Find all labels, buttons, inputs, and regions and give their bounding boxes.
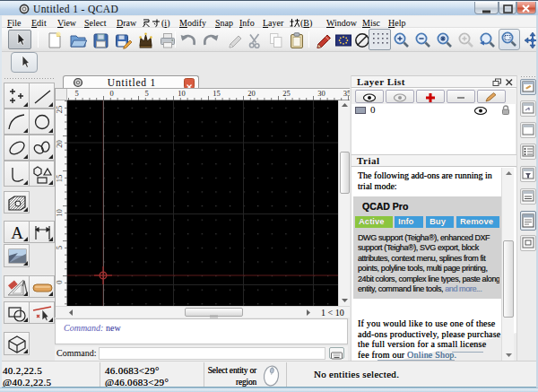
svg-text:A: A <box>11 223 23 242</box>
svg-text:30: 30 <box>317 89 325 98</box>
svg-text:10: 10 <box>56 209 64 217</box>
svg-text:20: 20 <box>56 140 64 148</box>
svg-text:35: 35 <box>343 89 350 98</box>
svg-text:25: 25 <box>282 89 291 98</box>
svg-text:20: 20 <box>247 89 256 98</box>
svg-text:25: 25 <box>56 106 64 114</box>
svg-text:5: 5 <box>74 89 78 98</box>
svg-text:0: 0 <box>109 89 113 98</box>
svg-text:5: 5 <box>144 89 148 98</box>
svg-text:5: 5 <box>56 246 64 249</box>
svg-text:15: 15 <box>56 175 64 183</box>
svg-text:15: 15 <box>213 89 221 98</box>
svg-text:0: 0 <box>56 280 64 283</box>
svg-text:10: 10 <box>178 89 186 98</box>
